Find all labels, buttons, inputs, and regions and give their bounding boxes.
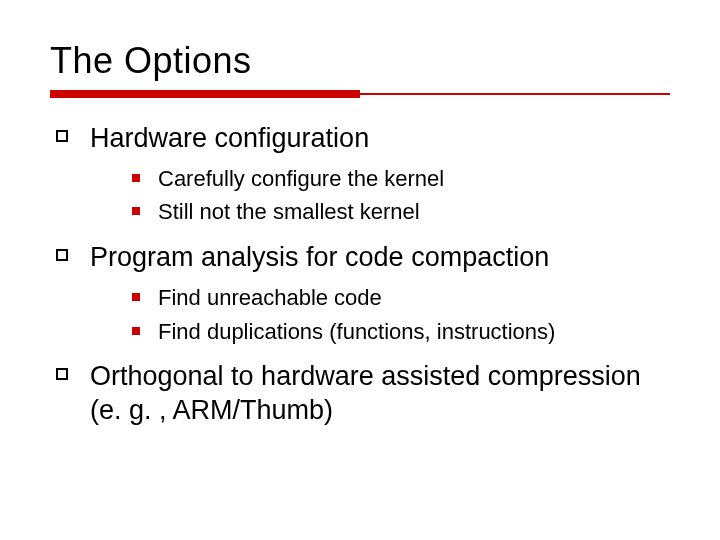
bullet-text: Program analysis for code compaction: [90, 242, 549, 272]
title-underline: [50, 90, 670, 98]
bullet-list: Hardware configuration Carefully configu…: [50, 122, 670, 428]
bullet-text: Hardware configuration: [90, 123, 369, 153]
slide-title: The Options: [50, 40, 670, 82]
bullet-item: Hardware configuration Carefully configu…: [50, 122, 670, 227]
sub-bullet-text: Still not the smallest kernel: [158, 199, 420, 224]
sub-bullet-list: Find unreachable code Find duplications …: [128, 283, 670, 346]
sub-bullet-text: Carefully configure the kernel: [158, 166, 444, 191]
bullet-item: Program analysis for code compaction Fin…: [50, 241, 670, 346]
sub-bullet-text: Find unreachable code: [158, 285, 382, 310]
sub-bullet-list: Carefully configure the kernel Still not…: [128, 164, 670, 227]
sub-bullet-item: Carefully configure the kernel: [128, 164, 670, 194]
bullet-text: Orthogonal to hardware assisted compress…: [90, 361, 641, 425]
sub-bullet-item: Still not the smallest kernel: [128, 197, 670, 227]
sub-bullet-item: Find duplications (functions, instructio…: [128, 317, 670, 347]
sub-bullet-text: Find duplications (functions, instructio…: [158, 319, 555, 344]
slide: The Options Hardware configuration Caref…: [0, 0, 720, 540]
sub-bullet-item: Find unreachable code: [128, 283, 670, 313]
bullet-item: Orthogonal to hardware assisted compress…: [50, 360, 670, 428]
